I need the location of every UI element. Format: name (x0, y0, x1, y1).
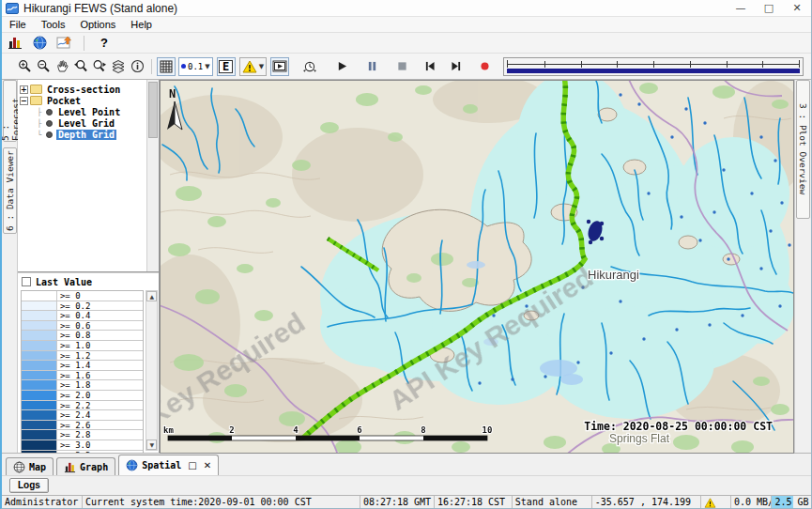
menu-file[interactable]: File (9, 19, 26, 30)
map-view[interactable]: API Key Required API Key Required Hikura… (160, 80, 794, 454)
legend-row[interactable]: >= 3.0 (22, 440, 143, 451)
layers-button[interactable] (109, 57, 128, 76)
help-button[interactable]: ? (95, 34, 114, 53)
step-first-button[interactable] (421, 57, 439, 76)
minimize-button[interactable]: — (727, 0, 755, 17)
legend-label: >= 2.8 (57, 430, 143, 440)
legend-row[interactable]: >= 1.4 (22, 361, 143, 371)
last-value-checkbox-row[interactable]: Last Value (18, 273, 159, 288)
pan-button[interactable] (53, 57, 71, 76)
legend-label: >= 2.2 (57, 401, 143, 410)
status-warning-cell[interactable] (700, 496, 730, 509)
stop-button[interactable] (392, 57, 411, 76)
zoom-out-button[interactable] (34, 57, 53, 76)
warning-dropdown[interactable]: ▼ (239, 57, 267, 76)
tab-close-icon[interactable]: ✕ (204, 460, 211, 470)
close-button[interactable]: ✕ (783, 0, 811, 17)
legend-label: >= 2.4 (57, 410, 143, 420)
menu-help[interactable]: Help (130, 19, 152, 30)
legend-row[interactable]: >= 3.2 (22, 451, 143, 454)
timeseries-dialog-button[interactable] (54, 34, 73, 53)
bar-chart-icon (8, 36, 23, 50)
scale-tick: 2 (230, 425, 235, 435)
time-slider[interactable] (503, 57, 804, 76)
record-button[interactable] (475, 57, 494, 76)
legend-scrollbar[interactable]: ▲ ▼ (146, 290, 158, 451)
scroll-down-icon[interactable]: ▼ (146, 440, 157, 450)
animation-settings-button[interactable] (300, 57, 319, 76)
tab-maximize-icon[interactable]: □ (188, 460, 196, 470)
legend-label: >= 1.8 (57, 380, 143, 390)
tab-data-viewer[interactable]: 6 : Data Viewer (3, 147, 17, 234)
legend-row[interactable]: >= 2.4 (22, 410, 143, 421)
legend-row[interactable]: >= 1.6 (22, 371, 143, 381)
last-value-checkbox[interactable] (22, 277, 31, 286)
tree-node-level-point[interactable]: ├ Level Point (20, 106, 146, 117)
step-last-button[interactable] (447, 57, 466, 76)
tree-scrollbar-thumb[interactable] (148, 82, 158, 138)
tab-forecast[interactable]: 5 : Forecast (3, 80, 17, 142)
database-display-button[interactable] (6, 34, 24, 53)
legend-row[interactable]: >= 1.8 (22, 380, 143, 391)
tree-node-level-grid[interactable]: ├ Level Grid (20, 117, 146, 129)
tab-graph-label: Graph (80, 462, 108, 472)
pause-button[interactable] (362, 57, 381, 76)
legend-row[interactable]: >= 1.0 (22, 341, 143, 351)
legend-row[interactable]: >= 0.2 (22, 301, 143, 312)
status-system-time: Current system time:2020-09-01 00:00 CST (82, 496, 360, 509)
legend-row[interactable]: >= 0.6 (22, 321, 143, 332)
maximize-button[interactable]: □ (755, 0, 783, 17)
legend-row[interactable]: >= 2.0 (22, 391, 143, 401)
legend-row[interactable]: >= 2.8 (22, 430, 143, 440)
expand-plus-icon[interactable]: + (20, 85, 28, 94)
tab-plot-overview[interactable]: 3 : Plot Overview (796, 80, 810, 219)
chart-arrow-icon (56, 36, 72, 50)
logs-row: Logs (2, 476, 811, 496)
info-button[interactable] (128, 57, 146, 76)
classification-button[interactable]: E (217, 57, 236, 76)
wire-globe-icon (13, 461, 25, 473)
legend-label: >= 1.6 (57, 371, 143, 380)
menu-tools[interactable]: Tools (41, 19, 66, 30)
tab-spatial[interactable]: Spatial □ ✕ (118, 455, 219, 475)
menu-options[interactable]: Options (80, 19, 115, 30)
legend-row[interactable]: >= 1.2 (22, 351, 143, 362)
north-label: N (169, 87, 176, 100)
legend-swatch (22, 351, 57, 361)
spatial-display-button[interactable] (30, 34, 49, 53)
time-slider-bar[interactable] (507, 69, 800, 73)
scroll-up-icon[interactable]: ▲ (146, 291, 157, 301)
tree-node-cross-section[interactable]: + Cross-section (20, 84, 146, 95)
legend-label: >= 3.2 (57, 451, 143, 454)
grid-display-button[interactable] (157, 57, 176, 76)
legend-row[interactable]: >= 0.4 (22, 311, 143, 321)
collapse-minus-icon[interactable]: − (20, 97, 28, 105)
legend-swatch (22, 451, 57, 454)
contour-interval-dropdown[interactable]: 0.1 ▼ (178, 57, 213, 76)
tab-map[interactable]: Map (6, 457, 54, 475)
play-button[interactable] (332, 57, 351, 76)
tree-node-pocket[interactable]: − Pocket (20, 95, 146, 106)
zoom-previous-button[interactable] (71, 57, 90, 76)
zoom-in-button[interactable] (15, 57, 34, 76)
app-logo-icon (6, 3, 19, 14)
legend-panel: Last Value >= 0 >= 0.2 >= 0.4 >= 0.6 >= … (18, 272, 159, 453)
logs-button[interactable]: Logs (9, 478, 49, 493)
zoom-next-button[interactable] (90, 57, 109, 76)
layer-bullet-icon (46, 131, 53, 138)
legend-row[interactable]: >= 0.8 (22, 331, 143, 341)
tab-graph[interactable]: Graph (56, 457, 115, 475)
legend-label: >= 0.6 (57, 321, 143, 331)
left-tab-strip: 5 : Forecast 6 : Data Viewer (2, 80, 18, 453)
legend-row[interactable]: >= 2.2 (22, 401, 143, 411)
movie-export-button[interactable] (270, 57, 289, 76)
legend-row[interactable]: >= 2.6 (22, 421, 143, 431)
folder-icon (30, 85, 42, 94)
window-title: Hikurangi FEWS (Stand alone) (23, 2, 727, 15)
tree-scrollbar[interactable] (146, 80, 159, 271)
tree-node-depth-grid[interactable]: └ Depth Grid (20, 129, 146, 140)
tree-label-selected: Depth Grid (56, 130, 116, 140)
legend-label: >= 1.4 (57, 361, 143, 370)
legend-swatch (22, 440, 57, 450)
legend-row[interactable]: >= 0 (22, 291, 143, 301)
